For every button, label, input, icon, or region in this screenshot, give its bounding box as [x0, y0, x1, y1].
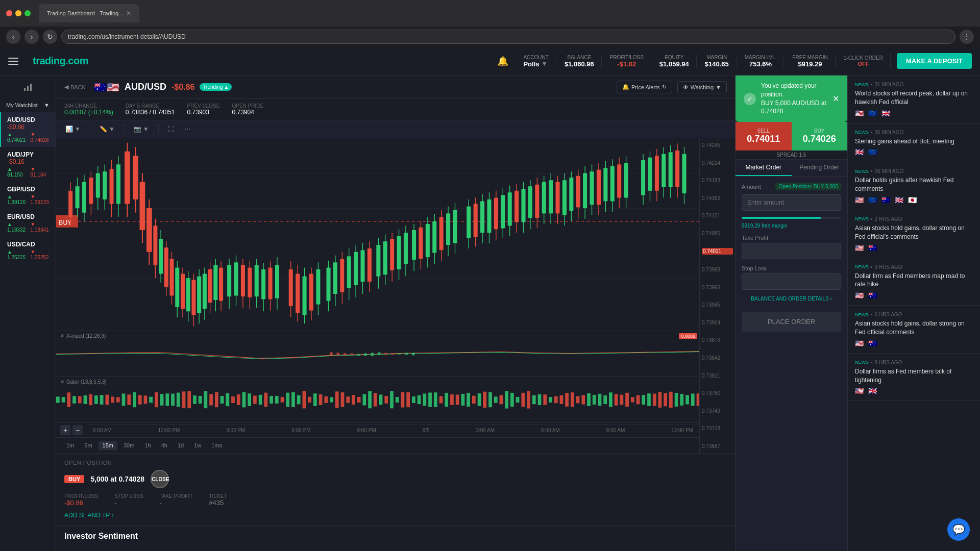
news-title-2: Dollar holds gains after hawkish Fed com… — [855, 176, 973, 193]
chat-button[interactable]: 💬 — [947, 518, 970, 541]
sell-button[interactable]: SELL 0.74011 — [736, 122, 792, 151]
maximize-window-dot[interactable] — [24, 10, 31, 16]
pair-down-4: ▼ 1.25252 — [31, 249, 50, 260]
range-label: DAY'S RANGE — [126, 103, 175, 109]
pair-name-3: EUR/USD — [7, 213, 50, 220]
svg-rect-249 — [324, 396, 328, 403]
svg-rect-232 — [231, 396, 235, 403]
sidebar-pair-usd-cad[interactable]: USD/CAD ▲ 1.25225 ▼ 1.25252 — [0, 237, 56, 264]
account-chevron-icon[interactable]: ▼ — [542, 60, 548, 67]
position-type-badge: BUY — [64, 475, 84, 483]
svg-rect-310 — [658, 392, 662, 408]
price-level-7: 0.73988 — [702, 267, 733, 272]
news-item-5[interactable]: NEWS • 6 HRS AGO Asian stocks hold gains… — [848, 306, 980, 354]
pair-down-3: ▼ 1.18341 — [31, 221, 50, 233]
zoom-out-button[interactable]: − — [72, 425, 83, 435]
make-deposit-button[interactable]: MAKE A DEPOSIT — [897, 53, 972, 69]
candle-chart[interactable]: BUY — [56, 138, 699, 331]
gator-close-icon[interactable]: ✕ — [60, 379, 64, 385]
svg-rect-196 — [391, 354, 394, 355]
amount-input[interactable] — [742, 194, 841, 211]
sidebar-pair-gbp-usd[interactable]: GBP/USD ▲ 1.39120 ▼ 1.39133 — [0, 182, 56, 209]
active-tab[interactable]: Trading Dashboard - Trading... ✕ — [39, 4, 139, 22]
tf-5m[interactable]: 5m — [80, 441, 96, 450]
close-position-button[interactable]: CLOSE — [151, 470, 169, 488]
news-item-1[interactable]: NEWS • 36 MIN AGO Sterling gains ahead o… — [848, 123, 980, 163]
svg-rect-193 — [371, 353, 374, 356]
toolbar-separator-2 — [124, 124, 125, 134]
tf-1m[interactable]: 1m — [62, 441, 78, 450]
back-button[interactable]: ‹ — [6, 30, 20, 44]
tf-4h[interactable]: 4h — [157, 441, 172, 450]
stop-loss-input[interactable] — [742, 273, 841, 290]
svg-rect-282 — [505, 391, 508, 408]
svg-rect-283 — [510, 393, 514, 407]
window-controls — [6, 10, 31, 16]
svg-rect-257 — [368, 391, 372, 409]
expand-button[interactable]: ⛶ — [165, 123, 177, 135]
tf-1h[interactable]: 1h — [140, 441, 155, 450]
svg-rect-201 — [62, 397, 65, 402]
news-item-2[interactable]: NEWS • 36 MIN AGO Dollar holds gains aft… — [848, 162, 980, 210]
news-item-0[interactable]: NEWS • 31 MIN AGO World stocks off recor… — [848, 76, 980, 123]
svg-rect-287 — [532, 395, 536, 405]
tab-close-icon[interactable]: ✕ — [126, 10, 131, 17]
watchlist-header[interactable]: My Watchlist ▼ — [0, 98, 56, 112]
svg-rect-288 — [538, 394, 542, 405]
sidebar-pair-aud-jpy[interactable]: AUD/JPY -$0.16 ▲ 81.150 ▼ 81.164 — [0, 147, 56, 182]
sidebar-chart-icon[interactable] — [0, 76, 56, 98]
price-level-8: 0.73966 — [702, 285, 733, 290]
watching-button[interactable]: 👁 Watching ▼ — [677, 81, 727, 93]
macd-close-icon[interactable]: ✕ — [60, 333, 64, 339]
tf-15m[interactable]: 15m — [99, 441, 117, 450]
extensions-button[interactable]: ⋮ — [960, 30, 974, 44]
price-alerts-button[interactable]: 🔔 Price Alerts ↻ — [617, 81, 672, 93]
back-button[interactable]: ◀ BACK — [64, 84, 86, 90]
pl-stat-label: PROFIT/LOSS — [64, 493, 98, 499]
screenshot-button[interactable]: 📷▼ — [131, 123, 152, 135]
news-flags-0: 🇺🇸🇪🇺🇬🇧 — [855, 110, 973, 117]
pair-down-1: ▼ 81.164 — [31, 166, 50, 178]
news-item-6[interactable]: NEWS • 8 HRS AGO Dollar firms as Fed mem… — [848, 354, 980, 402]
svg-rect-296 — [581, 395, 585, 404]
bell-button[interactable]: 🔔 — [495, 53, 511, 69]
news-flags-5: 🇺🇸🇦🇺 — [855, 340, 973, 347]
market-order-tab[interactable]: Market Order — [736, 160, 792, 176]
add-sl-tp-button[interactable]: ADD SL AND TP › — [64, 512, 113, 519]
close-window-dot[interactable] — [6, 10, 12, 16]
forward-button[interactable]: › — [24, 30, 39, 44]
refresh-button[interactable]: ↻ — [43, 30, 57, 44]
svg-rect-260 — [384, 396, 388, 404]
tf-1mo[interactable]: 1mo — [207, 441, 226, 450]
balance-details-link[interactable]: BALANCE AND ORDER DETAILS › — [742, 294, 841, 304]
place-order-button[interactable]: PLACE ORDER — [742, 312, 841, 332]
more-options-button[interactable]: ⋯ — [181, 123, 193, 135]
price-level-15: 0.73749 — [702, 408, 733, 414]
buy-button[interactable]: BUY 0.74026 — [792, 122, 848, 151]
svg-rect-314 — [680, 394, 683, 406]
news-item-4[interactable]: NEWS • 3 HRS AGO Dollar firm as Fed memb… — [848, 258, 980, 306]
minimize-window-dot[interactable] — [15, 10, 21, 16]
take-profit-input[interactable] — [742, 243, 841, 259]
position-row: BUY 5,000 at 0.74028 CLOSE — [64, 470, 727, 488]
open-position-label: Open Position — [778, 184, 811, 189]
news-item-3[interactable]: NEWS • 2 HRS AGO Asian stocks hold gains… — [848, 210, 980, 258]
tf-1d[interactable]: 1d — [174, 441, 188, 450]
pending-order-tab[interactable]: Pending Order — [792, 160, 848, 176]
chart-canvas-wrapper: BUY — [56, 138, 735, 453]
margin-lvl-label: MARGIN LVL. — [745, 55, 777, 60]
tf-30m[interactable]: 30m — [119, 441, 138, 450]
draw-icon: ✏️ — [100, 126, 107, 133]
svg-rect-278 — [483, 392, 486, 408]
sidebar-pair-aud-usd[interactable]: AUD/USD -$0.86 ▲ 0.74021 ▼ 0.74026 — [0, 112, 56, 147]
hamburger-menu[interactable] — [8, 53, 24, 69]
svg-rect-204 — [78, 396, 82, 404]
sidebar-pair-eur-usd[interactable]: EUR/USD ▲ 1.18332 ▼ 1.18341 — [0, 209, 56, 237]
zoom-in-button[interactable]: + — [60, 425, 70, 435]
url-bar[interactable]: trading.com/us/instrument-details/AUDUSD — [61, 30, 955, 44]
candle-type-button[interactable]: 📊▼ — [62, 123, 84, 135]
svg-rect-235 — [248, 393, 251, 406]
draw-button[interactable]: ✏️▼ — [96, 123, 118, 135]
tf-1w[interactable]: 1w — [190, 441, 205, 450]
toast-close-button[interactable]: ✕ — [832, 94, 839, 104]
